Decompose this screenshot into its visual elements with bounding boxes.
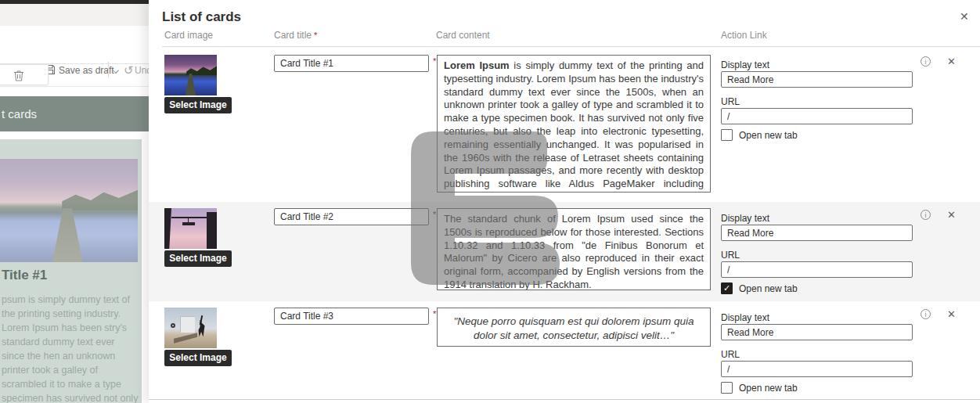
row-info-icon[interactable]: i [921, 309, 931, 319]
webpart-toolbar [0, 64, 49, 85]
card-preview-title: Title #1 [2, 268, 47, 283]
card-content-box[interactable]: The standard chunk of Lorem Ipsum used s… [437, 208, 711, 290]
url-input[interactable] [721, 108, 913, 124]
required-asterisk: * [433, 309, 436, 318]
divider [149, 399, 980, 400]
check-icon: ✓ [722, 283, 732, 293]
card-preview: Title #1 psum is simply dummy text of th… [0, 139, 142, 403]
card-row: Select Image * "Neque porro quisquam est… [149, 301, 980, 399]
column-header-card-image: Card image [164, 30, 213, 41]
url-label: URL [721, 250, 740, 261]
divider [0, 86, 149, 87]
display-text-label: Display text [721, 213, 769, 224]
toolbar-divider [108, 62, 109, 77]
open-new-tab-label: Open new tab [739, 130, 798, 141]
wreath-art [171, 323, 175, 328]
row-delete-icon[interactable]: ✕ [947, 308, 956, 320]
column-header-card-content: Card content [436, 30, 490, 41]
card-thumbnail-guard [164, 308, 217, 348]
open-new-tab-label: Open new tab [739, 283, 798, 294]
crane-art [182, 222, 195, 225]
card-content-box[interactable]: Lorem Ipsum is simply dummy text of the … [437, 55, 711, 193]
webpart-header: t cards [0, 96, 149, 131]
card-row: Select Image * The standard chunk of Lor… [149, 202, 980, 301]
display-text-input[interactable] [721, 225, 913, 241]
open-new-tab-checkbox[interactable]: ✓ [721, 129, 733, 141]
divider [162, 46, 980, 47]
display-text-input[interactable] [721, 324, 913, 340]
required-asterisk: * [433, 210, 436, 219]
command-bar [0, 4, 149, 26]
row-delete-icon[interactable]: ✕ [947, 56, 956, 67]
row-info-icon[interactable]: i [921, 210, 931, 220]
trash-icon[interactable] [13, 70, 24, 81]
display-text-label: Display text [721, 59, 769, 70]
column-header-card-title: Card title* [274, 30, 317, 41]
card-preview-body: psum is simply dummy text of the printin… [2, 293, 139, 403]
required-asterisk: * [433, 56, 436, 66]
card-row: Select Image * Lorem Ipsum is simply dum… [149, 49, 980, 202]
url-label: URL [721, 349, 740, 360]
editor-toolbar: ds (SP:23) Save as draft ↺ Undo [0, 26, 149, 63]
open-new-tab-label: Open new tab [739, 383, 798, 394]
crane-art [171, 217, 209, 218]
open-new-tab-checkbox[interactable]: ✓ [721, 282, 733, 294]
card-thumbnail-crane [164, 208, 217, 249]
url-label: URL [721, 96, 740, 107]
card-content-box[interactable]: "Neque porro quisquam est qui dolorem ip… [437, 308, 711, 347]
monument-art [180, 316, 195, 333]
panel-title: List of cards [162, 9, 241, 25]
card-preview-image [0, 159, 138, 262]
card-title-input[interactable] [274, 208, 429, 225]
card-thumbnail-bluebells [164, 55, 217, 95]
crane-art [164, 208, 171, 249]
open-new-tab-checkbox[interactable]: ✓ [721, 382, 733, 394]
required-asterisk: * [314, 31, 317, 40]
card-title-input[interactable] [274, 308, 429, 325]
url-input[interactable] [721, 361, 913, 377]
page-editor-background: ds (SP:23) Save as draft ↺ Undo t cards … [0, 0, 149, 403]
save-as-draft-button[interactable]: Save as draft [59, 65, 114, 76]
column-header-action-link: Action Link [721, 30, 767, 41]
display-text-label: Display text [721, 312, 769, 323]
card-title-input[interactable] [274, 55, 429, 72]
row-delete-icon[interactable]: ✕ [947, 209, 956, 221]
select-image-button[interactable]: Select Image [164, 97, 232, 113]
shadow-art [174, 333, 197, 344]
select-image-button[interactable]: Select Image [164, 350, 232, 366]
panel-close-icon[interactable]: ✕ [960, 10, 969, 23]
list-of-cards-panel: List of cards ✕ Card image Card title* C… [149, 0, 980, 403]
url-input[interactable] [721, 261, 913, 278]
display-text-input[interactable] [721, 71, 913, 88]
webpart-title: t cards [2, 107, 37, 121]
undo-icon[interactable]: ↺ [124, 63, 134, 77]
row-info-icon[interactable]: i [921, 56, 931, 67]
select-image-button[interactable]: Select Image [164, 250, 232, 267]
path-art [186, 74, 196, 95]
